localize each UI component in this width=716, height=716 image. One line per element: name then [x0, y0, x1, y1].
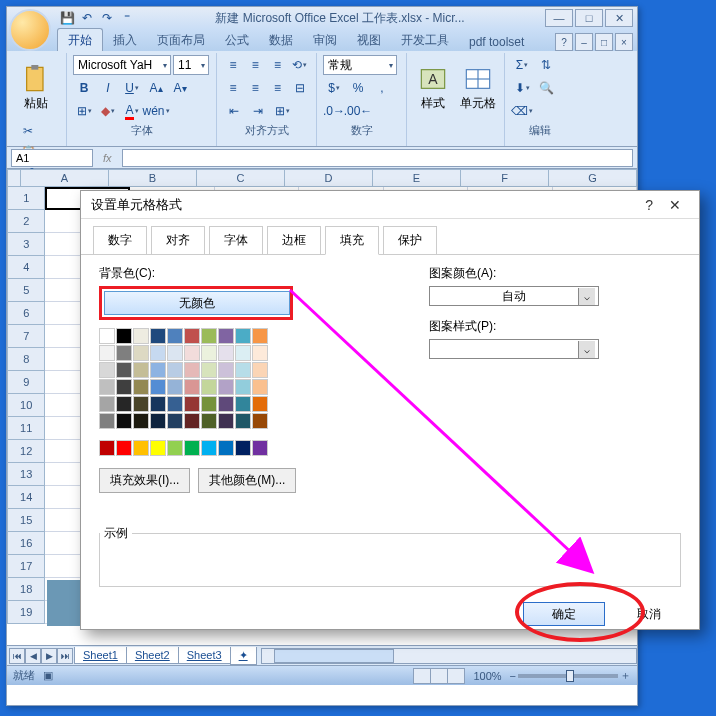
pagebreak-view-button[interactable] — [447, 668, 465, 684]
color-swatch[interactable] — [150, 413, 166, 429]
tab-dev[interactable]: 开发工具 — [391, 29, 459, 51]
row-header[interactable]: 7 — [7, 325, 45, 348]
col-header[interactable]: B — [109, 169, 197, 187]
sheet-tab-1[interactable]: Sheet1 — [74, 647, 127, 664]
standard-color-swatch[interactable] — [218, 440, 234, 456]
fx-icon[interactable]: fx — [97, 152, 118, 164]
increase-indent-button[interactable]: ⇥ — [247, 101, 269, 121]
color-swatch[interactable] — [167, 379, 183, 395]
color-swatch[interactable] — [116, 379, 132, 395]
pattern-style-combo[interactable] — [429, 339, 599, 359]
zoom-in-button[interactable]: ＋ — [620, 668, 631, 683]
color-swatch[interactable] — [201, 362, 217, 378]
decrease-decimal-button[interactable]: .00← — [347, 101, 369, 121]
no-color-button[interactable]: 无颜色 — [104, 291, 290, 315]
redo-icon[interactable]: ↷ — [99, 10, 115, 26]
dialog-help-button[interactable]: ? — [637, 197, 661, 213]
color-swatch[interactable] — [252, 413, 268, 429]
shrink-font-button[interactable]: A▾ — [169, 78, 191, 98]
color-swatch[interactable] — [99, 379, 115, 395]
tab-first-icon[interactable]: ⏮ — [9, 648, 25, 664]
sheet-tab-2[interactable]: Sheet2 — [126, 647, 179, 664]
color-swatch[interactable] — [252, 396, 268, 412]
standard-color-swatch[interactable] — [150, 440, 166, 456]
tab-data[interactable]: 数据 — [259, 29, 303, 51]
zoom-out-button[interactable]: − — [510, 670, 516, 682]
row-header[interactable]: 2 — [7, 210, 45, 233]
standard-color-swatch[interactable] — [252, 440, 268, 456]
dlg-tab-font[interactable]: 字体 — [209, 226, 263, 255]
color-swatch[interactable] — [201, 413, 217, 429]
fill-button[interactable]: ⬇▾ — [511, 78, 533, 98]
col-header[interactable]: D — [285, 169, 373, 187]
select-all-cell[interactable] — [7, 169, 21, 187]
standard-color-swatch[interactable] — [116, 440, 132, 456]
tab-view[interactable]: 视图 — [347, 29, 391, 51]
col-header[interactable]: F — [461, 169, 549, 187]
decrease-indent-button[interactable]: ⇤ — [223, 101, 245, 121]
dlg-tab-fill[interactable]: 填充 — [325, 226, 379, 255]
color-swatch[interactable] — [235, 345, 251, 361]
tab-home[interactable]: 开始 — [57, 28, 103, 51]
font-name-combo[interactable]: Microsoft YaH — [73, 55, 171, 75]
color-swatch[interactable] — [235, 396, 251, 412]
save-icon[interactable]: 💾 — [59, 10, 75, 26]
minimize-button[interactable]: — — [545, 9, 573, 27]
color-swatch[interactable] — [252, 328, 268, 344]
row-header[interactable]: 1 — [7, 187, 45, 210]
color-swatch[interactable] — [184, 413, 200, 429]
name-box[interactable] — [11, 149, 93, 167]
color-swatch[interactable] — [252, 345, 268, 361]
cancel-button[interactable]: 取消 — [619, 606, 679, 623]
color-swatch[interactable] — [133, 413, 149, 429]
row-header[interactable]: 16 — [7, 532, 45, 555]
pattern-color-combo[interactable]: 自动 — [429, 286, 599, 306]
doc-minimize-icon[interactable]: – — [575, 33, 593, 51]
color-swatch[interactable] — [116, 413, 132, 429]
comma-button[interactable]: , — [371, 78, 393, 98]
color-swatch[interactable] — [167, 362, 183, 378]
page-layout-view-button[interactable] — [430, 668, 448, 684]
color-swatch[interactable] — [252, 379, 268, 395]
color-swatch[interactable] — [99, 362, 115, 378]
color-swatch[interactable] — [235, 328, 251, 344]
fill-color-button[interactable]: ◆▾ — [97, 101, 119, 121]
phonetic-button[interactable]: wén▾ — [145, 101, 167, 121]
row-header[interactable]: 6 — [7, 302, 45, 325]
borders-button[interactable]: ⊞▾ — [73, 101, 95, 121]
align-left-button[interactable]: ≡ — [223, 78, 243, 98]
row-header[interactable]: 8 — [7, 348, 45, 371]
color-swatch[interactable] — [133, 362, 149, 378]
color-swatch[interactable] — [150, 396, 166, 412]
col-header[interactable]: G — [549, 169, 637, 187]
row-header[interactable]: 19 — [7, 601, 45, 624]
horizontal-scrollbar[interactable] — [261, 648, 637, 664]
row-header[interactable]: 13 — [7, 463, 45, 486]
color-swatch[interactable] — [150, 328, 166, 344]
zoom-slider[interactable] — [518, 674, 618, 678]
tab-next-icon[interactable]: ▶ — [41, 648, 57, 664]
color-swatch[interactable] — [133, 396, 149, 412]
color-swatch[interactable] — [235, 362, 251, 378]
doc-close-icon[interactable]: × — [615, 33, 633, 51]
bold-button[interactable]: B — [73, 78, 95, 98]
orientation-button[interactable]: ⟲▾ — [290, 55, 310, 75]
color-swatch[interactable] — [201, 328, 217, 344]
dlg-tab-number[interactable]: 数字 — [93, 226, 147, 255]
align-right-button[interactable]: ≡ — [268, 78, 288, 98]
standard-color-swatch[interactable] — [133, 440, 149, 456]
row-header[interactable]: 4 — [7, 256, 45, 279]
row-header[interactable]: 11 — [7, 417, 45, 440]
row-header[interactable]: 12 — [7, 440, 45, 463]
color-swatch[interactable] — [167, 328, 183, 344]
color-swatch[interactable] — [167, 396, 183, 412]
tab-prev-icon[interactable]: ◀ — [25, 648, 41, 664]
color-swatch[interactable] — [116, 396, 132, 412]
color-swatch[interactable] — [99, 345, 115, 361]
styles-button[interactable]: A 样式 — [413, 55, 454, 121]
undo-icon[interactable]: ↶ — [79, 10, 95, 26]
color-swatch[interactable] — [150, 379, 166, 395]
color-swatch[interactable] — [235, 379, 251, 395]
color-swatch[interactable] — [133, 328, 149, 344]
row-header[interactable]: 9 — [7, 371, 45, 394]
